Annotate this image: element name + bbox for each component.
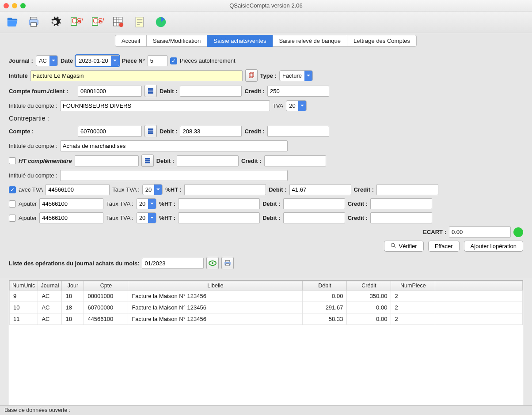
date-select[interactable]: 2023-01-20 bbox=[76, 55, 119, 66]
tab-lettrage-comptes[interactable]: Lettrage des Comptes bbox=[347, 35, 417, 47]
type-select[interactable]: Facture bbox=[279, 70, 313, 81]
debit-label-2: Debit : bbox=[160, 128, 177, 135]
htcomp-compte-input[interactable] bbox=[75, 155, 139, 166]
date-label: Date bbox=[61, 57, 73, 64]
taux-select-2[interactable]: 20 bbox=[136, 212, 156, 223]
ht-input-0[interactable] bbox=[184, 184, 266, 195]
svg-rect-13 bbox=[136, 17, 144, 27]
ht-input-1[interactable] bbox=[178, 198, 260, 209]
tva-label-0: avec TVA bbox=[19, 186, 43, 193]
intitule-compte-input-3[interactable] bbox=[60, 170, 288, 181]
credit-input-2[interactable] bbox=[267, 126, 329, 137]
col-Cpte[interactable]: Cpte bbox=[84, 281, 128, 290]
window-controls bbox=[4, 3, 26, 8]
tab-saisie-modification[interactable]: Saisie/Modification bbox=[146, 35, 207, 47]
operations-table[interactable]: NumUnicJournalJourCpteLibelleDébitCrédit… bbox=[9, 280, 523, 413]
month-input[interactable] bbox=[142, 258, 204, 269]
taux-tva-label-1: Taux TVA : bbox=[106, 200, 133, 207]
window-title: QSaisieCompta version 2.06 bbox=[0, 2, 532, 9]
pcht-label-0: %HT : bbox=[165, 186, 182, 193]
tva-debit-input-1[interactable] bbox=[283, 198, 345, 209]
ht-input-2[interactable] bbox=[178, 212, 260, 223]
taux-select-1[interactable]: 20 bbox=[136, 198, 156, 209]
lookup-icon-1[interactable] bbox=[144, 85, 157, 97]
pie-chart-icon[interactable] bbox=[153, 14, 169, 30]
auto-increment-label: Pièces autoIncrement bbox=[180, 57, 236, 64]
tva-debit-input-2[interactable] bbox=[283, 212, 345, 223]
gear-icon[interactable] bbox=[47, 14, 63, 30]
tva-checkbox-2[interactable] bbox=[9, 215, 16, 222]
intitule-input[interactable] bbox=[30, 70, 243, 81]
piece-input[interactable] bbox=[148, 55, 167, 66]
tva-credit-input-1[interactable] bbox=[370, 198, 432, 209]
tva-compte-1[interactable] bbox=[39, 198, 103, 209]
minimize-window-icon[interactable] bbox=[12, 3, 17, 8]
debit-input-3[interactable] bbox=[177, 155, 239, 166]
tab-accueil[interactable]: Accueil bbox=[115, 35, 147, 47]
tva-compte-0[interactable] bbox=[46, 184, 110, 195]
maximize-window-icon[interactable] bbox=[20, 3, 26, 8]
debit-input-2[interactable] bbox=[180, 126, 242, 137]
lookup-icon-2[interactable] bbox=[144, 125, 157, 137]
tva-compte-2[interactable] bbox=[39, 212, 103, 223]
type-label: Type : bbox=[260, 72, 277, 79]
auto-increment-checkbox[interactable] bbox=[170, 57, 177, 64]
table-row[interactable]: 11AC1844566100Facture la Maison N° 12345… bbox=[10, 313, 523, 325]
compte-label: Compte : bbox=[9, 128, 75, 135]
document-icon[interactable] bbox=[132, 14, 148, 30]
taux-tva-label-0: Taux TVA : bbox=[112, 186, 140, 193]
tva-select[interactable]: 20 bbox=[286, 100, 306, 111]
tva-label: TVA bbox=[273, 102, 283, 109]
col-NumUnic[interactable]: NumUnic bbox=[10, 281, 38, 290]
close-window-icon[interactable] bbox=[4, 3, 9, 8]
journal-select[interactable]: AC bbox=[36, 55, 58, 66]
lookup-icon-3[interactable] bbox=[141, 155, 154, 167]
col-Journal[interactable]: Journal bbox=[38, 281, 62, 290]
tab-saisie-achats-ventes[interactable]: Saisie achats/ventes bbox=[207, 35, 273, 47]
debit-label-1: Debit : bbox=[160, 88, 177, 94]
col-Libelle[interactable]: Libelle bbox=[128, 281, 303, 290]
svg-rect-33 bbox=[225, 260, 230, 262]
compte-fourn-input[interactable] bbox=[78, 86, 142, 97]
col-NumPiece[interactable]: NumPiece bbox=[391, 281, 435, 290]
col-Débit[interactable]: Débit bbox=[303, 281, 347, 290]
intitule-compte-label-2: Intitulé du compte : bbox=[9, 143, 57, 149]
tva-checkbox-0[interactable] bbox=[9, 186, 16, 193]
table-settings-icon[interactable] bbox=[110, 14, 126, 30]
export-csv-icon[interactable]: CSV bbox=[89, 14, 105, 30]
piece-label: Pièce N° bbox=[122, 57, 145, 64]
taux-select-0[interactable]: 20 bbox=[142, 184, 163, 195]
effacer-button[interactable]: Effacer bbox=[428, 241, 460, 252]
table-row[interactable]: 10AC1860700000Facture la Maison N° 12345… bbox=[10, 302, 523, 313]
tabbar: Accueil Saisie/Modification Saisie achat… bbox=[0, 33, 532, 47]
tva-checkbox-1[interactable] bbox=[9, 200, 16, 208]
credit-input-1[interactable] bbox=[267, 86, 329, 97]
print-icon[interactable] bbox=[26, 14, 42, 30]
tab-saisie-releve-banque[interactable]: Saisie relevé de banque bbox=[273, 35, 348, 47]
col-Jour[interactable]: Jour bbox=[62, 281, 84, 290]
credit-input-3[interactable] bbox=[264, 155, 326, 166]
tva-credit-input-2[interactable] bbox=[370, 212, 432, 223]
col-Crédit[interactable]: Crédit bbox=[347, 281, 391, 290]
debit-input-1[interactable] bbox=[180, 86, 242, 97]
verifier-button[interactable]: Vérifier bbox=[384, 241, 423, 252]
ajouter-operation-button[interactable]: Ajouter l'opération bbox=[464, 241, 523, 252]
copy-icon[interactable] bbox=[245, 69, 258, 82]
tva-debit-label-0: Debit : bbox=[269, 186, 286, 193]
print-list-icon[interactable] bbox=[221, 257, 234, 269]
compte-input[interactable] bbox=[78, 126, 142, 137]
ecart-label: ECART : bbox=[423, 229, 446, 235]
htcomp-label: HT complémentaire bbox=[19, 158, 72, 164]
tva-credit-input-0[interactable] bbox=[376, 184, 438, 195]
debit-label-3: Debit : bbox=[156, 158, 174, 164]
titlebar: QSaisieCompta version 2.06 bbox=[0, 0, 532, 11]
open-file-icon[interactable] bbox=[4, 14, 20, 30]
htcomp-checkbox[interactable] bbox=[9, 157, 16, 164]
import-csv-icon[interactable]: CSV bbox=[68, 14, 84, 30]
intitule-compte-input-2[interactable] bbox=[60, 140, 288, 151]
ecart-status-icon bbox=[513, 227, 523, 237]
intitule-compte-input-1[interactable] bbox=[60, 100, 270, 111]
tva-debit-input-0[interactable] bbox=[289, 184, 351, 195]
table-row[interactable]: 9AC1808001000Facture la Maison N° 123456… bbox=[10, 290, 523, 302]
view-icon[interactable] bbox=[206, 257, 219, 269]
